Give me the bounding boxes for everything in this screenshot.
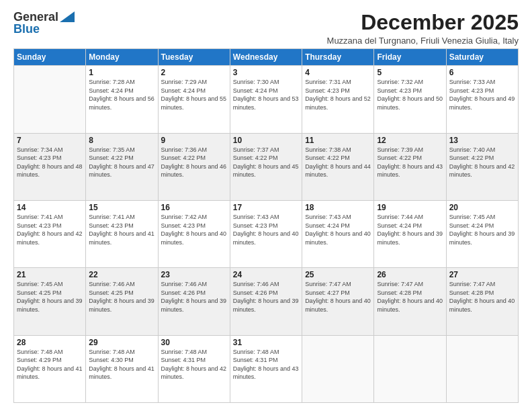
calendar-week-row: 14Sunrise: 7:41 AMSunset: 4:23 PMDayligh… [14, 200, 519, 267]
table-row [14, 66, 86, 133]
table-row: 9Sunrise: 7:36 AMSunset: 4:22 PMDaylight… [158, 133, 230, 200]
day-info: Sunrise: 7:30 AMSunset: 4:24 PMDaylight:… [233, 79, 299, 111]
table-row: 27Sunrise: 7:47 AMSunset: 4:28 PMDayligh… [446, 268, 518, 335]
day-number: 5 [377, 68, 443, 77]
table-row: 2Sunrise: 7:29 AMSunset: 4:24 PMDaylight… [158, 66, 230, 133]
day-number: 2 [161, 68, 227, 77]
day-number: 23 [161, 270, 227, 279]
day-info: Sunrise: 7:43 AMSunset: 4:24 PMDaylight:… [305, 214, 371, 246]
day-info: Sunrise: 7:46 AMSunset: 4:26 PMDaylight:… [161, 281, 227, 313]
table-row: 11Sunrise: 7:38 AMSunset: 4:22 PMDayligh… [302, 133, 374, 200]
day-info: Sunrise: 7:45 AMSunset: 4:25 PMDaylight:… [17, 281, 83, 313]
day-info: Sunrise: 7:47 AMSunset: 4:28 PMDaylight:… [377, 281, 443, 313]
table-row: 15Sunrise: 7:41 AMSunset: 4:23 PMDayligh… [86, 200, 158, 267]
calendar-table: Sunday Monday Tuesday Wednesday Thursday… [13, 48, 519, 403]
table-row: 4Sunrise: 7:31 AMSunset: 4:23 PMDaylight… [302, 66, 374, 133]
table-row: 24Sunrise: 7:46 AMSunset: 4:26 PMDayligh… [230, 268, 302, 335]
table-row: 20Sunrise: 7:45 AMSunset: 4:24 PMDayligh… [446, 200, 518, 267]
day-info: Sunrise: 7:38 AMSunset: 4:22 PMDaylight:… [305, 146, 371, 179]
calendar-header-row: Sunday Monday Tuesday Wednesday Thursday… [14, 49, 519, 66]
day-number: 25 [305, 270, 371, 279]
day-number: 22 [89, 270, 154, 279]
header: General Blue December 2025 Muzzana del T… [13, 11, 519, 46]
day-number: 13 [449, 136, 515, 145]
day-info: Sunrise: 7:44 AMSunset: 4:24 PMDaylight:… [377, 214, 443, 246]
table-row: 5Sunrise: 7:32 AMSunset: 4:23 PMDaylight… [374, 66, 446, 133]
page: General Blue December 2025 Muzzana del T… [0, 0, 532, 411]
day-info: Sunrise: 7:31 AMSunset: 4:23 PMDaylight:… [305, 79, 371, 111]
day-info: Sunrise: 7:32 AMSunset: 4:23 PMDaylight:… [377, 79, 443, 111]
day-number: 27 [449, 270, 515, 279]
day-number: 21 [17, 270, 83, 279]
logo: General Blue [13, 11, 75, 36]
table-row: 12Sunrise: 7:39 AMSunset: 4:22 PMDayligh… [374, 133, 446, 200]
day-info: Sunrise: 7:41 AMSunset: 4:23 PMDaylight:… [89, 214, 154, 246]
day-number: 9 [161, 136, 227, 145]
day-info: Sunrise: 7:47 AMSunset: 4:27 PMDaylight:… [305, 281, 371, 313]
svg-marker-0 [60, 11, 75, 22]
table-row: 23Sunrise: 7:46 AMSunset: 4:26 PMDayligh… [158, 268, 230, 335]
month-title: December 2025 [327, 11, 519, 34]
calendar-week-row: 7Sunrise: 7:34 AMSunset: 4:23 PMDaylight… [14, 133, 519, 200]
header-sunday: Sunday [14, 49, 86, 66]
day-info: Sunrise: 7:33 AMSunset: 4:23 PMDaylight:… [449, 79, 515, 111]
day-number: 12 [377, 136, 443, 145]
title-block: December 2025 Muzzana del Turgnano, Friu… [327, 11, 519, 46]
day-number: 18 [305, 203, 371, 212]
day-info: Sunrise: 7:48 AMSunset: 4:31 PMDaylight:… [161, 349, 227, 381]
day-info: Sunrise: 7:37 AMSunset: 4:22 PMDaylight:… [233, 146, 299, 179]
table-row: 29Sunrise: 7:48 AMSunset: 4:30 PMDayligh… [86, 335, 158, 402]
day-number: 29 [89, 338, 154, 347]
day-info: Sunrise: 7:46 AMSunset: 4:26 PMDaylight:… [233, 281, 299, 313]
day-info: Sunrise: 7:47 AMSunset: 4:28 PMDaylight:… [449, 281, 515, 313]
day-info: Sunrise: 7:41 AMSunset: 4:23 PMDaylight:… [17, 214, 83, 246]
table-row: 19Sunrise: 7:44 AMSunset: 4:24 PMDayligh… [374, 200, 446, 267]
table-row: 18Sunrise: 7:43 AMSunset: 4:24 PMDayligh… [302, 200, 374, 267]
table-row: 8Sunrise: 7:35 AMSunset: 4:22 PMDaylight… [86, 133, 158, 200]
table-row: 6Sunrise: 7:33 AMSunset: 4:23 PMDaylight… [446, 66, 518, 133]
table-row: 14Sunrise: 7:41 AMSunset: 4:23 PMDayligh… [14, 200, 86, 267]
day-number: 10 [233, 136, 299, 145]
table-row [302, 335, 374, 402]
day-info: Sunrise: 7:39 AMSunset: 4:22 PMDaylight:… [377, 146, 443, 179]
table-row: 3Sunrise: 7:30 AMSunset: 4:24 PMDaylight… [230, 66, 302, 133]
logo-blue: Blue [13, 23, 40, 36]
day-number: 31 [233, 338, 299, 347]
day-number: 8 [89, 136, 154, 145]
day-number: 26 [377, 270, 443, 279]
day-info: Sunrise: 7:29 AMSunset: 4:24 PMDaylight:… [161, 79, 227, 111]
day-info: Sunrise: 7:48 AMSunset: 4:31 PMDaylight:… [233, 349, 299, 381]
logo-icon [60, 11, 75, 22]
table-row: 22Sunrise: 7:46 AMSunset: 4:25 PMDayligh… [86, 268, 158, 335]
table-row [446, 335, 518, 402]
day-number: 16 [161, 203, 227, 212]
table-row: 30Sunrise: 7:48 AMSunset: 4:31 PMDayligh… [158, 335, 230, 402]
day-number: 15 [89, 203, 154, 212]
table-row: 7Sunrise: 7:34 AMSunset: 4:23 PMDaylight… [14, 133, 86, 200]
day-number: 19 [377, 203, 443, 212]
day-info: Sunrise: 7:45 AMSunset: 4:24 PMDaylight:… [449, 214, 515, 246]
day-info: Sunrise: 7:43 AMSunset: 4:23 PMDaylight:… [233, 214, 299, 246]
day-number: 11 [305, 136, 371, 145]
day-number: 3 [233, 68, 299, 77]
day-number: 7 [17, 136, 83, 145]
header-wednesday: Wednesday [230, 49, 302, 66]
table-row [374, 335, 446, 402]
calendar-week-row: 1Sunrise: 7:28 AMSunset: 4:24 PMDaylight… [14, 66, 519, 133]
header-tuesday: Tuesday [158, 49, 230, 66]
day-info: Sunrise: 7:28 AMSunset: 4:24 PMDaylight:… [89, 79, 154, 111]
table-row: 25Sunrise: 7:47 AMSunset: 4:27 PMDayligh… [302, 268, 374, 335]
day-number: 20 [449, 203, 515, 212]
day-info: Sunrise: 7:42 AMSunset: 4:23 PMDaylight:… [161, 214, 227, 246]
day-info: Sunrise: 7:40 AMSunset: 4:22 PMDaylight:… [449, 146, 515, 179]
table-row: 21Sunrise: 7:45 AMSunset: 4:25 PMDayligh… [14, 268, 86, 335]
header-saturday: Saturday [446, 49, 518, 66]
day-number: 30 [161, 338, 227, 347]
table-row: 16Sunrise: 7:42 AMSunset: 4:23 PMDayligh… [158, 200, 230, 267]
calendar-week-row: 21Sunrise: 7:45 AMSunset: 4:25 PMDayligh… [14, 268, 519, 335]
day-number: 17 [233, 203, 299, 212]
day-number: 1 [89, 68, 154, 77]
day-info: Sunrise: 7:46 AMSunset: 4:25 PMDaylight:… [89, 281, 154, 313]
day-number: 28 [17, 338, 83, 347]
day-number: 4 [305, 68, 371, 77]
